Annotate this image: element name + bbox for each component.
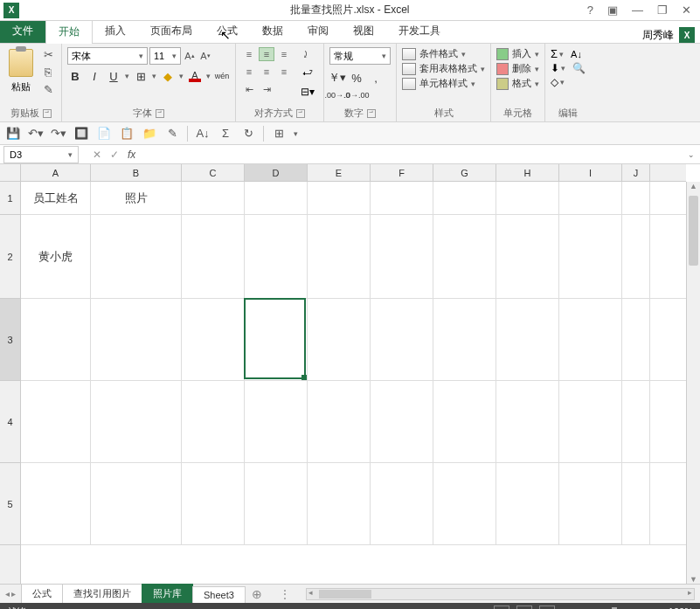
cell-H5[interactable]	[496, 463, 559, 544]
border-button[interactable]: ⊞	[133, 68, 149, 84]
page-break-view-button[interactable]	[539, 606, 555, 609]
decrease-decimal-button[interactable]: .0→.00	[349, 87, 364, 103]
alignment-dialog-launcher[interactable]	[296, 109, 305, 118]
align-bottom-button[interactable]: ≡	[276, 47, 292, 61]
cell-E1[interactable]	[308, 182, 371, 214]
cell-D1[interactable]	[245, 182, 308, 214]
sheet-tab-0[interactable]: 公式	[21, 584, 63, 603]
cell-J2[interactable]	[622, 215, 650, 298]
align-middle-button[interactable]: ≡	[259, 47, 274, 61]
format-as-table-button[interactable]: 套用表格格式▾	[402, 62, 485, 75]
shrink-font-button[interactable]: A▾	[198, 48, 212, 64]
cell-C2[interactable]	[182, 215, 245, 298]
cell-E4[interactable]	[308, 381, 371, 462]
number-dialog-launcher[interactable]	[367, 109, 376, 118]
underline-dropdown[interactable]: ▾	[125, 72, 129, 80]
bold-button[interactable]: B	[67, 68, 83, 84]
last-sheet-nav[interactable]: ▸	[11, 589, 16, 599]
fx-icon[interactable]: fx	[128, 149, 135, 161]
comma-button[interactable]: ,	[368, 70, 384, 86]
cell-A2[interactable]: 黄小虎	[21, 215, 91, 298]
clipboard-dialog-launcher[interactable]	[43, 109, 52, 118]
ribbon-display-icon[interactable]: ▣	[604, 3, 621, 17]
tab-view[interactable]: 视图	[341, 19, 386, 43]
orientation-button[interactable]: ⤸	[297, 47, 313, 61]
accounting-format-button[interactable]: ￥▾	[329, 70, 345, 86]
sort-asc-icon[interactable]: A↓	[195, 126, 211, 142]
cell-B5[interactable]	[91, 463, 182, 544]
conditional-format-button[interactable]: 条件格式▾	[402, 47, 485, 60]
help-icon[interactable]: ?	[584, 3, 597, 17]
underline-button[interactable]: U	[106, 68, 121, 84]
cell-A5[interactable]	[21, 463, 91, 544]
column-header-C[interactable]: C	[182, 164, 245, 181]
paste-button[interactable]: 粘贴	[5, 47, 37, 95]
clear-button[interactable]: ◇▾	[551, 76, 586, 88]
name-box[interactable]: D3▾	[3, 146, 79, 163]
refresh-icon[interactable]: ↻	[240, 126, 256, 142]
cell-D3[interactable]	[245, 299, 308, 380]
cell-H3[interactable]	[496, 299, 559, 380]
open-icon[interactable]: 📁	[142, 126, 157, 142]
font-name-select[interactable]: 宋体▾	[67, 47, 148, 65]
cells-grid[interactable]: 员工姓名照片黄小虎	[21, 182, 686, 584]
font-color-dropdown[interactable]: ▾	[206, 72, 211, 80]
font-dialog-launcher[interactable]	[156, 109, 164, 118]
cell-C4[interactable]	[182, 381, 245, 462]
cell-E5[interactable]	[308, 463, 371, 544]
macro-record-icon[interactable]: ▣	[35, 606, 44, 610]
paste-qat-icon[interactable]: 📋	[119, 126, 135, 142]
tab-formulas[interactable]: 公式	[204, 19, 250, 43]
delete-cells-button[interactable]: 删除▾	[496, 62, 539, 75]
sheet-tab-1[interactable]: 查找引用图片	[62, 584, 142, 603]
column-header-I[interactable]: I	[559, 164, 622, 181]
cell-C3[interactable]	[182, 299, 245, 380]
tab-insert[interactable]: 插入	[93, 19, 138, 43]
row-header-2[interactable]: 2	[0, 215, 20, 299]
cell-I2[interactable]	[559, 215, 622, 298]
column-header-H[interactable]: H	[496, 164, 559, 181]
enter-formula-icon[interactable]: ✓	[110, 149, 119, 161]
vertical-scroll-thumb[interactable]	[689, 196, 698, 266]
column-header-J[interactable]: J	[622, 164, 650, 181]
column-header-G[interactable]: G	[433, 164, 496, 181]
column-header-B[interactable]: B	[91, 164, 182, 181]
number-format-select[interactable]: 常规▾	[329, 47, 391, 65]
add-sheet-button[interactable]: ⊕	[245, 587, 269, 601]
format-painter-icon[interactable]: ✎	[40, 82, 56, 96]
qat-customize-dropdown[interactable]: ▾	[294, 129, 298, 138]
undo-icon[interactable]: ↶▾	[28, 126, 44, 142]
cell-I4[interactable]	[559, 381, 622, 462]
cut-icon[interactable]: ✂	[40, 47, 56, 61]
cell-C5[interactable]	[182, 463, 245, 544]
row-header-3[interactable]: 3	[0, 299, 20, 381]
first-sheet-nav[interactable]: ◂	[5, 589, 10, 599]
cell-I1[interactable]	[559, 182, 622, 214]
preview-icon[interactable]: 🔲	[73, 126, 89, 142]
italic-button[interactable]: I	[87, 68, 102, 84]
cell-D2[interactable]	[245, 215, 308, 298]
close-icon[interactable]: ✕	[678, 3, 695, 17]
phonetic-button[interactable]: wén	[214, 68, 230, 84]
increase-indent-button[interactable]: ⇥	[259, 82, 274, 96]
font-color-button[interactable]: A	[187, 68, 203, 84]
cell-B4[interactable]	[91, 381, 182, 462]
cell-J5[interactable]	[622, 463, 650, 544]
new-icon[interactable]: 📄	[96, 126, 112, 142]
sheet-tab-3[interactable]: Sheet3	[192, 586, 246, 603]
cell-G3[interactable]	[433, 299, 496, 380]
sum-icon[interactable]: Σ	[218, 126, 233, 142]
formula-expand-icon[interactable]: ⌄	[683, 150, 700, 159]
tab-developer[interactable]: 开发工具	[386, 19, 453, 43]
tab-review[interactable]: 审阅	[295, 19, 341, 43]
cell-G1[interactable]	[433, 182, 496, 214]
cell-J4[interactable]	[622, 381, 650, 462]
row-header-1[interactable]: 1	[0, 182, 20, 215]
cell-G5[interactable]	[433, 463, 496, 544]
increase-decimal-button[interactable]: .00→.0	[329, 87, 345, 103]
cell-I5[interactable]	[559, 463, 622, 544]
cell-B2[interactable]	[91, 215, 182, 298]
save-icon[interactable]: 💾	[5, 126, 21, 142]
cell-F3[interactable]	[371, 299, 433, 380]
border-dropdown[interactable]: ▾	[152, 72, 156, 80]
